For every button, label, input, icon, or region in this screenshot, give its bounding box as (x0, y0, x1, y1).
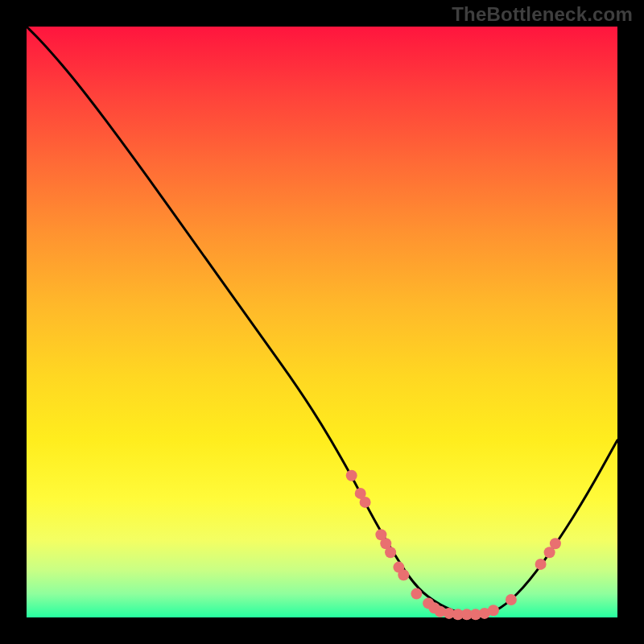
plot-area (27, 27, 617, 617)
data-marker (346, 470, 357, 481)
data-marker (488, 605, 499, 616)
chart-frame: TheBottleneck.com (0, 0, 644, 644)
data-marker (411, 588, 422, 600)
marker-group (346, 470, 561, 621)
bottleneck-curve (27, 27, 617, 614)
data-marker (385, 547, 396, 558)
data-marker (398, 569, 409, 580)
data-marker (550, 538, 561, 549)
watermark-text: TheBottleneck.com (452, 3, 633, 26)
data-marker (535, 559, 547, 570)
data-marker (360, 497, 371, 508)
data-marker (506, 594, 517, 605)
chart-svg (27, 27, 617, 617)
